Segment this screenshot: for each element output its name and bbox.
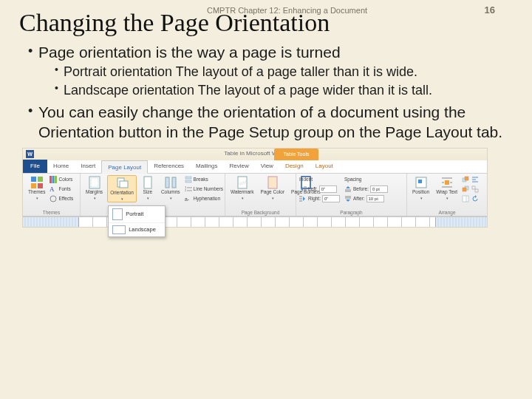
- page-number: 16: [485, 4, 495, 16]
- svg-rect-54: [475, 189, 478, 192]
- svg-rect-3: [38, 183, 43, 188]
- margins-icon: [88, 176, 101, 189]
- size-button[interactable]: Size ▾: [139, 175, 157, 201]
- svg-rect-25: [268, 177, 277, 188]
- svg-rect-1: [38, 177, 43, 182]
- effects-button[interactable]: Effects: [50, 194, 73, 203]
- group-paragraph: Indent Left: 0" Right: 0" Spacing: [296, 174, 407, 216]
- tab-review[interactable]: Review: [223, 160, 254, 173]
- svg-rect-15: [172, 177, 176, 188]
- svg-rect-53: [472, 186, 475, 189]
- chevron-down-icon: ▾: [420, 196, 423, 200]
- svg-rect-5: [52, 176, 55, 183]
- svg-rect-12: [120, 181, 128, 188]
- orientation-landscape[interactable]: Landscape: [109, 222, 165, 236]
- ruler: [23, 216, 487, 227]
- tab-view[interactable]: View: [255, 160, 279, 173]
- spacing-before-icon: [344, 185, 352, 193]
- ruler-right-margin: [435, 217, 487, 227]
- send-backward-button[interactable]: [462, 185, 469, 194]
- margins-button[interactable]: Margins ▾: [83, 175, 105, 201]
- tab-references[interactable]: References: [148, 160, 190, 173]
- tab-layout[interactable]: Layout: [310, 160, 339, 173]
- hyphenation-icon: a-: [185, 195, 192, 202]
- themes-button[interactable]: Themes ▾: [26, 175, 47, 201]
- content-area: Page orientation is the way a page is tu…: [0, 43, 532, 142]
- svg-point-8: [50, 196, 56, 202]
- chevron-down-icon: ▾: [242, 196, 244, 200]
- svg-rect-6: [55, 176, 57, 183]
- indent-right[interactable]: Right: 0": [299, 194, 340, 203]
- breaks-button[interactable]: Breaks: [185, 175, 223, 184]
- svg-rect-4: [50, 176, 52, 183]
- orientation-icon: [115, 177, 129, 190]
- bullet-1-text: Page orientation is the way a page is tu…: [38, 44, 341, 61]
- chevron-down-icon: ▾: [170, 196, 172, 200]
- fonts-button[interactable]: A Fonts: [50, 185, 73, 194]
- breaks-icon: [185, 176, 192, 183]
- hyphenation-button[interactable]: a- Hyphenation: [185, 194, 223, 203]
- spacing-header: Spacing: [344, 175, 388, 184]
- svg-rect-2: [31, 183, 36, 188]
- page-color-icon: [266, 176, 279, 189]
- indent-right-value[interactable]: 0": [322, 195, 340, 202]
- orientation-button[interactable]: Orientation ▾ Portrait Landscape: [107, 175, 137, 202]
- tab-file[interactable]: File: [23, 160, 47, 173]
- chevron-down-icon: ▾: [94, 196, 96, 200]
- tab-home[interactable]: Home: [47, 160, 75, 173]
- page-color-button[interactable]: Page Color ▾: [259, 175, 287, 201]
- rotate-button[interactable]: [471, 194, 479, 203]
- watermark-button[interactable]: WM Watermark ▾: [228, 175, 256, 201]
- spacing-after[interactable]: After: 10 pt: [344, 194, 388, 203]
- svg-rect-16: [185, 177, 191, 179]
- tab-insert[interactable]: Insert: [75, 160, 101, 173]
- align-button[interactable]: [471, 175, 479, 184]
- tab-page-layout[interactable]: Page Layout: [101, 160, 148, 174]
- bullet-1b: Landscape orientation The layout of a pa…: [55, 82, 511, 99]
- chevron-down-icon: ▾: [446, 196, 449, 200]
- size-icon: [141, 176, 154, 189]
- indent-right-icon: [299, 195, 307, 202]
- line-numbers-button[interactable]: 12 Line Numbers: [185, 185, 223, 194]
- indent-left-value[interactable]: 0": [319, 185, 337, 193]
- fonts-icon: A: [50, 185, 57, 193]
- chevron-down-icon: ▾: [272, 196, 274, 200]
- chapter-label: CMPTR Chapter 12: Enhancing a Document: [207, 6, 367, 15]
- chevron-down-icon: ▾: [147, 196, 149, 200]
- group-page-background: WM Watermark ▾ Page Color ▾ Page Borders…: [225, 174, 296, 216]
- word-app-icon: W: [26, 150, 34, 158]
- wrap-text-button[interactable]: Wrap Text ▾: [434, 175, 460, 201]
- bullet-2: You can easily change the orientation of…: [28, 103, 511, 142]
- selection-pane-button[interactable]: [462, 194, 469, 203]
- bring-forward-button[interactable]: [462, 175, 469, 184]
- group-button[interactable]: [471, 185, 479, 194]
- orientation-portrait[interactable]: Portrait: [109, 206, 165, 222]
- svg-text:A: A: [50, 185, 55, 193]
- colors-button[interactable]: Colors: [50, 175, 73, 184]
- ribbon-body: Themes ▾ Colors A Fonts Effects: [23, 174, 487, 216]
- svg-rect-48: [463, 196, 468, 202]
- spacing-after-value[interactable]: 10 pt: [366, 195, 384, 202]
- chevron-down-icon: ▾: [36, 196, 38, 200]
- spacing-before[interactable]: Before: 0 pt: [344, 185, 388, 194]
- bullet-1a: Portrait orientation The layout of a pag…: [55, 64, 511, 81]
- group-arrange: Position ▾ Wrap Text ▾: [407, 174, 487, 216]
- group-arrange-label: Arrange: [410, 210, 484, 215]
- wrap-icon: [440, 176, 454, 189]
- chevron-down-icon: ▾: [121, 197, 123, 201]
- spacing-before-value[interactable]: 0 pt: [370, 185, 388, 193]
- landscape-icon: [112, 225, 126, 234]
- position-icon: [415, 176, 428, 189]
- ribbon-tabs: File Home Insert Page Layout References …: [23, 160, 487, 174]
- align-icon: [471, 176, 479, 183]
- columns-button[interactable]: Columns ▾: [159, 175, 183, 201]
- position-button[interactable]: Position ▾: [410, 175, 432, 201]
- svg-text:2: 2: [185, 188, 187, 192]
- bring-forward-icon: [462, 176, 469, 183]
- tab-design[interactable]: Design: [279, 160, 310, 173]
- group-icon: [471, 185, 479, 193]
- indent-left[interactable]: Left: 0": [299, 185, 340, 194]
- tab-mailings[interactable]: Mailings: [190, 160, 223, 173]
- selection-pane-icon: [462, 195, 469, 202]
- line-numbers-icon: 12: [185, 185, 192, 193]
